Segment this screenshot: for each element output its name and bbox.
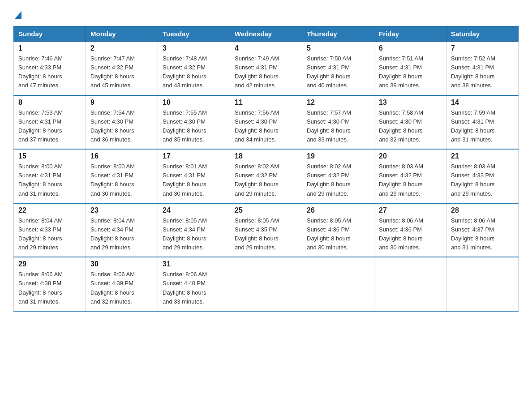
- day-number: 4: [235, 44, 297, 52]
- day-number: 10: [163, 98, 225, 107]
- day-info: Sunrise: 8:06 AM Sunset: 4:38 PM Dayligh…: [18, 270, 81, 306]
- day-info: Sunrise: 8:05 AM Sunset: 4:36 PM Dayligh…: [307, 216, 369, 253]
- day-number: 20: [379, 152, 442, 160]
- calendar-cell: 23 Sunrise: 8:04 AM Sunset: 4:34 PM Dayl…: [86, 203, 158, 257]
- day-number: 13: [379, 98, 442, 107]
- calendar-cell: 2 Sunrise: 7:47 AM Sunset: 4:32 PM Dayli…: [86, 42, 158, 95]
- calendar-header: SundayMondayTuesdayWednesdayThursdayFrid…: [14, 26, 519, 42]
- day-info: Sunrise: 7:50 AM Sunset: 4:31 PM Dayligh…: [307, 54, 369, 90]
- day-number: 3: [163, 44, 225, 52]
- day-info: Sunrise: 8:05 AM Sunset: 4:34 PM Dayligh…: [163, 216, 225, 253]
- day-info: Sunrise: 7:54 AM Sunset: 4:30 PM Dayligh…: [90, 108, 153, 145]
- day-info: Sunrise: 8:04 AM Sunset: 4:33 PM Dayligh…: [18, 216, 81, 253]
- day-info: Sunrise: 8:06 AM Sunset: 4:40 PM Dayligh…: [163, 270, 225, 306]
- day-number: 23: [90, 206, 153, 214]
- day-info: Sunrise: 8:02 AM Sunset: 4:32 PM Dayligh…: [235, 162, 297, 198]
- day-number: 7: [451, 44, 514, 52]
- day-info: Sunrise: 7:58 AM Sunset: 4:30 PM Dayligh…: [379, 108, 442, 145]
- calendar-cell: 25 Sunrise: 8:05 AM Sunset: 4:35 PM Dayl…: [230, 203, 302, 257]
- calendar-cell: 27 Sunrise: 8:06 AM Sunset: 4:36 PM Dayl…: [374, 203, 446, 257]
- day-info: Sunrise: 7:46 AM Sunset: 4:33 PM Dayligh…: [18, 54, 81, 90]
- day-info: Sunrise: 7:57 AM Sunset: 4:30 PM Dayligh…: [307, 108, 369, 145]
- calendar-cell: 11 Sunrise: 7:56 AM Sunset: 4:30 PM Dayl…: [230, 95, 302, 150]
- day-number: 15: [18, 152, 81, 160]
- calendar-cell: 31 Sunrise: 8:06 AM Sunset: 4:40 PM Dayl…: [158, 257, 230, 311]
- calendar-week-row: 1 Sunrise: 7:46 AM Sunset: 4:33 PM Dayli…: [14, 42, 519, 95]
- day-info: Sunrise: 8:04 AM Sunset: 4:34 PM Dayligh…: [90, 216, 153, 253]
- day-info: Sunrise: 8:01 AM Sunset: 4:31 PM Dayligh…: [163, 162, 225, 198]
- calendar-cell: [374, 257, 446, 311]
- day-number: 24: [163, 206, 225, 214]
- calendar-cell: 21 Sunrise: 8:03 AM Sunset: 4:33 PM Dayl…: [446, 149, 519, 203]
- day-info: Sunrise: 8:00 AM Sunset: 4:31 PM Dayligh…: [18, 162, 81, 198]
- weekday-header-monday: Monday: [86, 26, 158, 42]
- calendar-table: SundayMondayTuesdayWednesdayThursdayFrid…: [13, 26, 519, 312]
- day-number: 2: [90, 44, 153, 52]
- calendar-body: 1 Sunrise: 7:46 AM Sunset: 4:33 PM Dayli…: [14, 42, 519, 311]
- day-info: Sunrise: 8:05 AM Sunset: 4:35 PM Dayligh…: [235, 216, 297, 253]
- calendar-cell: 9 Sunrise: 7:54 AM Sunset: 4:30 PM Dayli…: [86, 95, 158, 150]
- calendar-cell: 15 Sunrise: 8:00 AM Sunset: 4:31 PM Dayl…: [14, 149, 86, 203]
- calendar-cell: 19 Sunrise: 8:02 AM Sunset: 4:32 PM Dayl…: [302, 149, 374, 203]
- day-info: Sunrise: 8:06 AM Sunset: 4:37 PM Dayligh…: [451, 216, 514, 253]
- calendar-cell: 1 Sunrise: 7:46 AM Sunset: 4:33 PM Dayli…: [14, 42, 86, 95]
- calendar-week-row: 29 Sunrise: 8:06 AM Sunset: 4:38 PM Dayl…: [14, 257, 519, 311]
- calendar-cell: 28 Sunrise: 8:06 AM Sunset: 4:37 PM Dayl…: [446, 203, 519, 257]
- calendar-cell: 3 Sunrise: 7:48 AM Sunset: 4:32 PM Dayli…: [158, 42, 230, 95]
- day-number: 22: [18, 206, 81, 214]
- logo: [13, 9, 81, 21]
- day-info: Sunrise: 8:02 AM Sunset: 4:32 PM Dayligh…: [307, 162, 369, 198]
- calendar-cell: 18 Sunrise: 8:02 AM Sunset: 4:32 PM Dayl…: [230, 149, 302, 203]
- calendar-cell: 13 Sunrise: 7:58 AM Sunset: 4:30 PM Dayl…: [374, 95, 446, 150]
- day-number: 26: [307, 206, 369, 214]
- day-info: Sunrise: 7:47 AM Sunset: 4:32 PM Dayligh…: [90, 54, 153, 90]
- day-info: Sunrise: 7:55 AM Sunset: 4:30 PM Dayligh…: [163, 108, 225, 145]
- day-number: 31: [163, 260, 225, 268]
- calendar-cell: 5 Sunrise: 7:50 AM Sunset: 4:31 PM Dayli…: [302, 42, 374, 95]
- weekday-header-wednesday: Wednesday: [230, 26, 302, 42]
- day-number: 9: [90, 98, 153, 107]
- calendar-cell: 7 Sunrise: 7:52 AM Sunset: 4:31 PM Dayli…: [446, 42, 519, 95]
- calendar-cell: 30 Sunrise: 8:06 AM Sunset: 4:39 PM Dayl…: [86, 257, 158, 311]
- day-number: 8: [18, 98, 81, 107]
- header: [13, 9, 519, 21]
- day-number: 12: [307, 98, 369, 107]
- weekday-header-row: SundayMondayTuesdayWednesdayThursdayFrid…: [14, 26, 519, 42]
- weekday-header-sunday: Sunday: [14, 26, 86, 42]
- calendar-cell: 22 Sunrise: 8:04 AM Sunset: 4:33 PM Dayl…: [14, 203, 86, 257]
- weekday-header-thursday: Thursday: [302, 26, 374, 42]
- calendar-cell: 6 Sunrise: 7:51 AM Sunset: 4:31 PM Dayli…: [374, 42, 446, 95]
- calendar-cell: 26 Sunrise: 8:05 AM Sunset: 4:36 PM Dayl…: [302, 203, 374, 257]
- day-number: 21: [451, 152, 514, 160]
- calendar-cell: 16 Sunrise: 8:00 AM Sunset: 4:31 PM Dayl…: [86, 149, 158, 203]
- calendar-cell: [302, 257, 374, 311]
- day-number: 29: [18, 260, 81, 268]
- day-info: Sunrise: 7:53 AM Sunset: 4:31 PM Dayligh…: [18, 108, 81, 145]
- day-number: 28: [451, 206, 514, 214]
- day-number: 14: [451, 98, 514, 107]
- day-info: Sunrise: 7:52 AM Sunset: 4:31 PM Dayligh…: [451, 54, 514, 90]
- day-number: 1: [18, 44, 81, 52]
- calendar-cell: 17 Sunrise: 8:01 AM Sunset: 4:31 PM Dayl…: [158, 149, 230, 203]
- day-info: Sunrise: 7:51 AM Sunset: 4:31 PM Dayligh…: [379, 54, 442, 90]
- calendar-cell: 12 Sunrise: 7:57 AM Sunset: 4:30 PM Dayl…: [302, 95, 374, 150]
- calendar-cell: 14 Sunrise: 7:59 AM Sunset: 4:31 PM Dayl…: [446, 95, 519, 150]
- day-info: Sunrise: 7:56 AM Sunset: 4:30 PM Dayligh…: [235, 108, 297, 145]
- day-info: Sunrise: 7:48 AM Sunset: 4:32 PM Dayligh…: [163, 54, 225, 90]
- day-info: Sunrise: 8:00 AM Sunset: 4:31 PM Dayligh…: [90, 162, 153, 198]
- calendar-cell: 29 Sunrise: 8:06 AM Sunset: 4:38 PM Dayl…: [14, 257, 86, 311]
- logo-triangle-icon: [14, 7, 21, 21]
- svg-marker-0: [14, 11, 21, 19]
- day-number: 6: [379, 44, 442, 52]
- calendar-week-row: 22 Sunrise: 8:04 AM Sunset: 4:33 PM Dayl…: [14, 203, 519, 257]
- calendar-cell: 4 Sunrise: 7:49 AM Sunset: 4:31 PM Dayli…: [230, 42, 302, 95]
- weekday-header-friday: Friday: [374, 26, 446, 42]
- day-info: Sunrise: 8:03 AM Sunset: 4:32 PM Dayligh…: [379, 162, 442, 198]
- weekday-header-saturday: Saturday: [446, 26, 519, 42]
- day-number: 5: [307, 44, 369, 52]
- calendar-week-row: 8 Sunrise: 7:53 AM Sunset: 4:31 PM Dayli…: [14, 95, 519, 150]
- day-info: Sunrise: 7:49 AM Sunset: 4:31 PM Dayligh…: [235, 54, 297, 90]
- calendar-cell: 10 Sunrise: 7:55 AM Sunset: 4:30 PM Dayl…: [158, 95, 230, 150]
- day-info: Sunrise: 8:03 AM Sunset: 4:33 PM Dayligh…: [451, 162, 514, 198]
- day-number: 16: [90, 152, 153, 160]
